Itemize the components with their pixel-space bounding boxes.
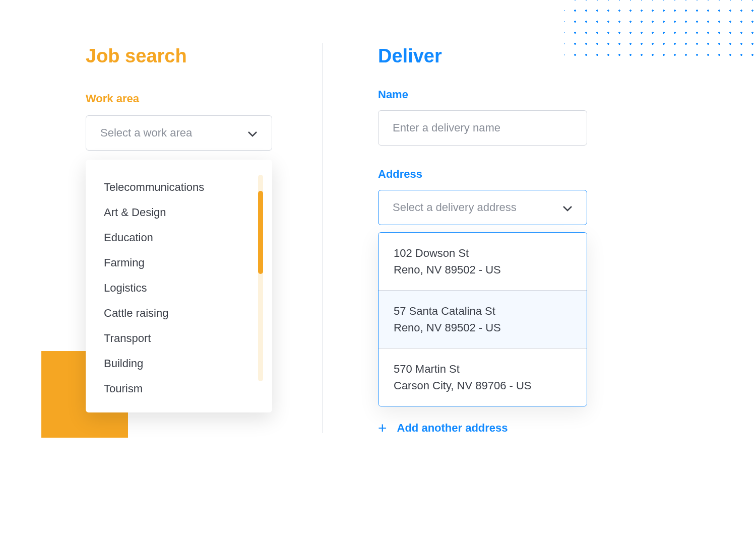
work-area-option[interactable]: Transport [104, 326, 263, 351]
address-option[interactable]: 102 Dowson St Reno, NV 89502 - US [379, 233, 587, 291]
plus-icon: + [378, 421, 387, 436]
address-dropdown: 102 Dowson St Reno, NV 89502 - US 57 San… [378, 232, 587, 406]
work-area-option[interactable]: Logistics [104, 275, 263, 301]
address-line-2: Carson City, NV 89706 - US [394, 377, 572, 394]
job-search-panel: Job search Work area Select a work area … [0, 45, 323, 436]
address-option[interactable]: 570 Martin St Carson City, NV 89706 - US [379, 349, 587, 406]
address-option[interactable]: 57 Santa Catalina St Reno, NV 89502 - US [379, 291, 587, 349]
address-line-1: 57 Santa Catalina St [394, 303, 572, 319]
chevron-down-icon [247, 130, 258, 136]
work-area-option[interactable]: Telecommunications [104, 175, 263, 200]
work-area-option[interactable]: Cattle raising [104, 301, 263, 326]
scrollbar-track[interactable] [258, 175, 263, 381]
address-line-1: 102 Dowson St [394, 245, 572, 261]
work-area-option[interactable]: Building [104, 351, 263, 376]
work-area-select[interactable]: Select a work area [86, 115, 272, 151]
name-label: Name [378, 88, 645, 101]
work-area-placeholder: Select a work area [100, 126, 192, 140]
deliver-panel: Deliver Name Address Select a delivery a… [323, 45, 645, 436]
add-address-button[interactable]: + Add another address [378, 421, 645, 436]
work-area-option[interactable]: Art & Design [104, 200, 263, 225]
work-area-option[interactable]: Tourism [104, 376, 263, 401]
address-line-2: Reno, NV 89502 - US [394, 319, 572, 336]
chevron-down-icon [562, 204, 573, 211]
address-placeholder: Select a delivery address [393, 201, 517, 214]
job-search-heading: Job search [86, 45, 323, 67]
address-line-2: Reno, NV 89502 - US [394, 261, 572, 278]
work-area-label: Work area [86, 92, 323, 105]
work-area-option[interactable]: Education [104, 225, 263, 250]
deliver-heading: Deliver [378, 45, 645, 67]
address-label: Address [378, 168, 645, 181]
work-area-dropdown: Telecommunications Art & Design Educatio… [86, 160, 272, 412]
address-select[interactable]: Select a delivery address [378, 190, 587, 225]
work-area-option-list: Telecommunications Art & Design Educatio… [104, 175, 263, 401]
work-area-option[interactable]: Farming [104, 250, 263, 275]
add-address-label: Add another address [397, 422, 508, 435]
scrollbar-thumb[interactable] [258, 191, 263, 274]
address-line-1: 570 Martin St [394, 361, 572, 377]
delivery-name-input[interactable] [378, 110, 587, 146]
